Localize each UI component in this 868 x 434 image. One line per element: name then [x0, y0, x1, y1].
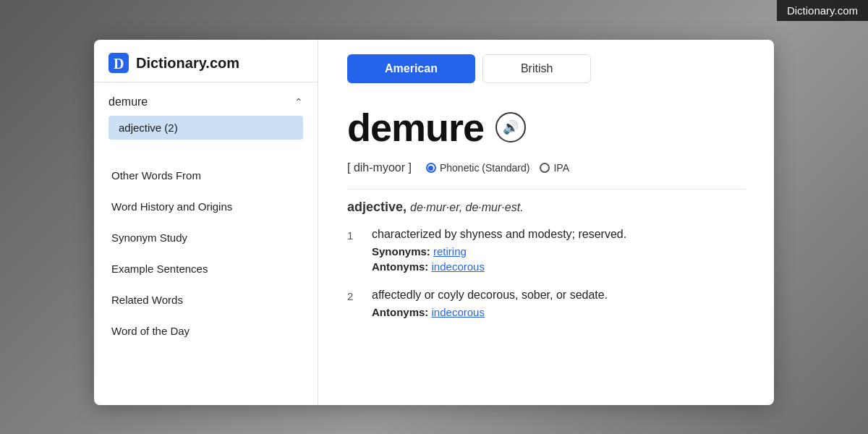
sidebar-header: D Dictionary.com	[94, 40, 318, 82]
divider	[347, 189, 745, 190]
def-content-1: characterized by shyness and modesty; re…	[372, 228, 745, 276]
nav-other-words[interactable]: Other Words From	[94, 160, 318, 191]
nav-example-sentences[interactable]: Example Sentences	[94, 253, 318, 284]
pos-bold: adjective,	[347, 200, 407, 214]
radio-phonetic-standard[interactable]: Phonetic (Standard)	[426, 162, 530, 174]
radio-dot-standard	[426, 163, 436, 173]
word-heading-row: demure 🔊	[347, 105, 745, 150]
definition-item-1: 1 characterized by shyness and modesty; …	[347, 228, 745, 276]
def-text-1: characterized by shyness and modesty; re…	[372, 228, 745, 241]
nav-word-of-day[interactable]: Word of the Day	[94, 315, 318, 346]
phonetic-display: [ dih-myoor ]	[347, 161, 412, 174]
main-content: American British demure 🔊 [ dih-myoor ] …	[318, 40, 774, 405]
sidebar-word-title: demure	[109, 95, 148, 109]
phonetic-standard-label: Phonetic (Standard)	[440, 162, 530, 174]
def-text-2: affectedly or coyly decorous, sober, or …	[372, 289, 745, 302]
bracket-close: ]	[409, 161, 412, 174]
def-antonyms-1: Antonyms: indecorous	[372, 260, 745, 273]
main-card: D Dictionary.com demure ⌃ adjective (2) …	[94, 40, 774, 405]
word-heading: demure	[347, 105, 484, 150]
word-title-row: demure ⌃	[109, 95, 303, 109]
nav-word-history[interactable]: Word History and Origins	[94, 191, 318, 222]
antonyms-link-1[interactable]: indecorous	[432, 260, 485, 273]
speaker-icon: 🔊	[503, 119, 519, 135]
nav-related-words[interactable]: Related Words	[94, 284, 318, 315]
sidebar: D Dictionary.com demure ⌃ adjective (2) …	[94, 40, 318, 405]
def-synonyms-1: Synonyms: retiring	[372, 245, 745, 258]
definition-item-2: 2 affectedly or coyly decorous, sober, o…	[347, 289, 745, 321]
pos-comparatives: de·mur·er, de·mur·est.	[410, 201, 524, 213]
def-num-1: 1	[347, 228, 360, 276]
def-content-2: affectedly or coyly decorous, sober, or …	[372, 289, 745, 321]
bracket-open: [	[347, 161, 350, 174]
radio-dot-ipa	[540, 163, 550, 173]
phonetic-text: dih-myoor	[354, 161, 405, 174]
def-num-2: 2	[347, 289, 360, 321]
nav-synonym-study[interactable]: Synonym Study	[94, 222, 318, 253]
watermark-label: Dictionary.com	[777, 0, 868, 21]
definitions-list: 1 characterized by shyness and modesty; …	[347, 228, 745, 321]
tabs-row: American British	[347, 40, 745, 98]
tab-american[interactable]: American	[347, 54, 475, 83]
speaker-button[interactable]: 🔊	[495, 112, 526, 142]
chevron-up-icon[interactable]: ⌃	[294, 96, 303, 108]
word-section: demure ⌃ adjective (2)	[94, 82, 318, 150]
pos-item-adjective[interactable]: adjective (2)	[109, 116, 303, 140]
antonyms-label-1: Antonyms:	[372, 260, 428, 273]
antonyms-label-2: Antonyms:	[372, 306, 428, 318]
radio-ipa[interactable]: IPA	[540, 162, 569, 174]
synonyms-label-1: Synonyms:	[372, 245, 430, 258]
site-name: Dictionary.com	[136, 55, 239, 72]
antonyms-link-2[interactable]: indecorous	[432, 306, 485, 318]
def-antonyms-2: Antonyms: indecorous	[372, 306, 745, 318]
ipa-label: IPA	[553, 162, 569, 174]
synonyms-link-1[interactable]: retiring	[433, 245, 467, 258]
logo-icon: D	[109, 53, 129, 73]
tab-british[interactable]: British	[482, 54, 591, 83]
pos-line: adjective, de·mur·er, de·mur·est.	[347, 200, 745, 215]
svg-text:D: D	[114, 56, 124, 72]
phonetic-row: [ dih-myoor ] Phonetic (Standard) IPA	[347, 161, 745, 174]
phonetic-options: Phonetic (Standard) IPA	[426, 162, 569, 174]
sidebar-nav: Other Words From Word History and Origin…	[94, 150, 318, 405]
